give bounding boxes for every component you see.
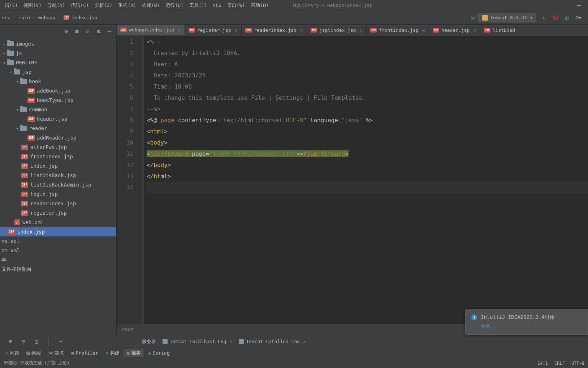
close-icon[interactable]: × bbox=[303, 339, 306, 344]
toolwin-spring[interactable]: ❀Spring bbox=[145, 350, 173, 356]
tree-file[interactable]: JSPalterPwd.jsp bbox=[0, 142, 116, 152]
build-icon[interactable]: ⚒ bbox=[471, 14, 475, 21]
xml-icon: ⬚ bbox=[14, 219, 20, 225]
toolwin-profiler[interactable]: ◷Profiler bbox=[68, 350, 101, 356]
tree-file[interactable]: JSPaddReader.jsp bbox=[0, 133, 116, 142]
tree-file[interactable]: JSPaddBook.jsp bbox=[0, 86, 116, 95]
breadcrumb-item[interactable]: webapp bbox=[38, 15, 55, 20]
menu-help[interactable]: 帮助(H) bbox=[248, 2, 271, 9]
breadcrumb-item[interactable]: main bbox=[18, 15, 30, 20]
tree-file[interactable]: JSPlistDisBackAdmin.jsp bbox=[0, 180, 116, 189]
group-icon[interactable]: ◫ bbox=[33, 338, 40, 345]
run-config-selector[interactable]: Tomcat 8.5.31 ▼ bbox=[478, 13, 536, 22]
editor-tab[interactable]: JSPlistDisB bbox=[480, 25, 519, 36]
tree-folder-jsp[interactable]: ▾jsp bbox=[0, 67, 116, 77]
toolwin-services[interactable]: ⚙服务 bbox=[124, 349, 144, 357]
cursor-position[interactable]: 14:1 bbox=[537, 361, 548, 366]
hide-icon[interactable]: — bbox=[106, 28, 113, 35]
menu-view[interactable]: 视图(V) bbox=[21, 2, 44, 9]
tree-folder-common[interactable]: ▾common bbox=[0, 105, 116, 114]
code-content[interactable]: <%-- Created by IntelliJ IDEA. User: A D… bbox=[144, 36, 588, 324]
menu-run[interactable]: 运行(U) bbox=[163, 2, 186, 9]
settings-icon[interactable]: ⚙ bbox=[95, 28, 102, 35]
jsp-icon: JSP bbox=[21, 192, 28, 197]
close-icon[interactable]: × bbox=[298, 27, 303, 33]
notification-action[interactable]: 更新... bbox=[481, 323, 582, 329]
editor-tab[interactable]: JSPfrontIndex.jsp× bbox=[367, 25, 429, 36]
tree-file[interactable]: JSPregister.jsp bbox=[0, 208, 116, 218]
close-icon[interactable]: × bbox=[176, 27, 181, 33]
menu-edit[interactable]: 辑(E) bbox=[2, 2, 21, 9]
window-minimize[interactable]: — bbox=[571, 1, 586, 9]
rerun-icon[interactable]: ↻ bbox=[540, 14, 548, 22]
close-icon[interactable]: × bbox=[421, 27, 425, 33]
menu-analyze[interactable]: 分析(Z) bbox=[92, 2, 115, 9]
debug-icon[interactable]: 🐞 bbox=[552, 14, 559, 22]
tree-folder-reader[interactable]: ▾reader bbox=[0, 124, 116, 133]
editor-tab[interactable]: JSPheader.jsp× bbox=[429, 25, 480, 36]
filter-icon[interactable]: ▽ bbox=[20, 338, 27, 345]
menu-build[interactable]: 构建(B) bbox=[139, 2, 163, 9]
menu-tools[interactable]: 工具(T) bbox=[186, 2, 210, 9]
toolwin-endpoints[interactable]: ⫘端点 bbox=[45, 349, 67, 357]
tree-file[interactable]: ⬚web.xml bbox=[0, 218, 116, 227]
menu-vcs[interactable]: VCS bbox=[210, 3, 224, 8]
profiler-run-icon[interactable]: ⊙▾ bbox=[575, 14, 583, 22]
line-separator[interactable]: CRLF bbox=[554, 361, 565, 366]
collapse-all-icon[interactable]: ≣ bbox=[85, 28, 91, 35]
menu-refactor[interactable]: 重构(R) bbox=[115, 2, 139, 9]
tree-file[interactable]: JSPbookType.jsp bbox=[0, 95, 116, 105]
locate-icon[interactable]: ⊕ bbox=[63, 28, 69, 35]
jsp-icon: JSP bbox=[21, 182, 28, 188]
tree-file[interactable]: JSPheader.jsp bbox=[0, 114, 116, 124]
toolwin-terminal[interactable]: ⧉终端 bbox=[23, 349, 44, 357]
tab-server[interactable]: 服务器 bbox=[142, 338, 156, 345]
tree-item[interactable]: 文件和控制台 bbox=[0, 265, 116, 274]
tree-file[interactable]: ns.sql bbox=[0, 236, 116, 246]
folder-icon bbox=[7, 60, 14, 65]
tree-item[interactable]: 丰 bbox=[0, 255, 116, 265]
editor-tab[interactable]: JSPreaderIndex.jsp× bbox=[242, 25, 307, 36]
jsp-icon: JSP bbox=[27, 88, 35, 94]
close-icon[interactable]: × bbox=[230, 339, 233, 344]
tree-file-selected[interactable]: JSPindex.jsp bbox=[0, 227, 116, 236]
layout-icon[interactable]: ⊞ bbox=[7, 338, 14, 345]
add-icon[interactable]: ＋ bbox=[57, 338, 64, 345]
jsp-icon: JSP bbox=[8, 229, 15, 235]
tree-folder-js[interactable]: ▸js bbox=[0, 48, 116, 58]
menu-code[interactable]: 代码(C) bbox=[68, 2, 91, 9]
tree-file[interactable]: JSPreaderIndex.jsp bbox=[0, 199, 116, 208]
tree-file[interactable]: om.xml bbox=[0, 246, 116, 255]
tree-folder-book[interactable]: ▾book bbox=[0, 77, 116, 86]
toolwin-problems[interactable]: ⊘问题 bbox=[2, 349, 22, 357]
tree-file[interactable]: JSPindex.jsp bbox=[0, 161, 116, 171]
folder-icon bbox=[20, 107, 27, 112]
editor-tab[interactable]: JSPwebapp\index.jsp× bbox=[117, 25, 185, 36]
menu-navigate[interactable]: 导航(N) bbox=[44, 2, 68, 9]
tree-file[interactable]: JSPlistDisBack.jsp bbox=[0, 171, 116, 180]
tab-localhost-log[interactable]: Tomcat Localhost Log× bbox=[163, 339, 232, 344]
close-icon[interactable]: × bbox=[233, 27, 238, 33]
jsp-icon: JSP bbox=[189, 28, 195, 33]
coverage-icon[interactable]: ◧ bbox=[563, 14, 571, 22]
tab-catalina-log[interactable]: Tomcat Catalina Log× bbox=[239, 339, 306, 344]
close-icon[interactable]: × bbox=[472, 27, 476, 33]
toolwin-build[interactable]: ⚒构建 bbox=[103, 349, 122, 357]
jsp-icon: JSP bbox=[27, 98, 35, 103]
editor-tab[interactable]: JSPregister.jsp× bbox=[185, 25, 242, 36]
tree-file[interactable]: JSPlogin.jsp bbox=[0, 189, 116, 199]
gutter: 1234567891011121314 bbox=[117, 36, 144, 324]
breadcrumb-item[interactable]: src bbox=[2, 15, 10, 20]
file-encoding[interactable]: UTF-8 bbox=[571, 361, 584, 366]
tree-file[interactable]: JSPfrontIndex.jsp bbox=[0, 152, 116, 161]
menu-window[interactable]: 窗口(W) bbox=[224, 2, 248, 9]
expand-all-icon[interactable]: ≡ bbox=[74, 28, 80, 35]
tree-folder-webinf[interactable]: ▾WEB-INF bbox=[0, 58, 116, 67]
tree-folder-images[interactable]: ▸images bbox=[0, 39, 116, 48]
close-icon[interactable]: × bbox=[358, 27, 363, 33]
breadcrumb-item[interactable]: index.jsp bbox=[72, 15, 97, 20]
editor-tab[interactable]: JSPjsp\index.jsp× bbox=[307, 25, 367, 36]
status-message: 55毫秒 中成功完成 (片刻 之前) bbox=[4, 360, 70, 366]
code-area[interactable]: 1234567891011121314 <%-- Created by Inte… bbox=[117, 36, 588, 324]
jsp-icon: JSP bbox=[433, 28, 439, 33]
